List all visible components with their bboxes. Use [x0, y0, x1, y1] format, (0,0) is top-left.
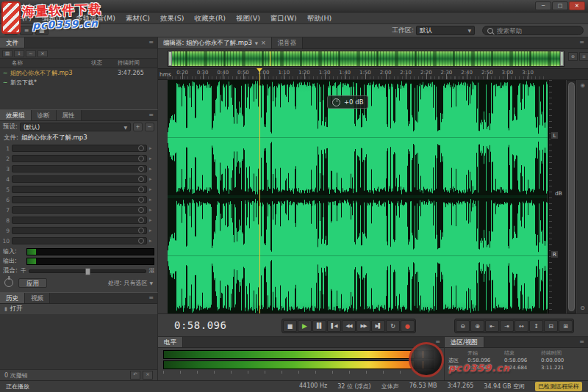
scroll-right-button[interactable]: ⇥ [500, 320, 514, 332]
effect-power-icon[interactable] [138, 156, 144, 161]
file-import-icon[interactable]: ↓ [14, 50, 24, 57]
menu-item[interactable]: 多轨混音(M) [71, 12, 121, 24]
effect-slot-arrow-icon[interactable]: ▸ [149, 166, 155, 172]
apply-button[interactable]: 应用 [18, 278, 47, 288]
effect-slot-bar[interactable] [12, 155, 147, 162]
effect-slot[interactable]: 5▸ [2, 184, 155, 195]
effect-power-icon[interactable] [138, 228, 144, 233]
transport-play-button[interactable]: ▶ [298, 320, 312, 332]
effect-power-icon[interactable] [138, 197, 144, 203]
zoom-horizontal-button[interactable]: ↔ [514, 320, 528, 332]
file-open-icon[interactable]: ∼ [26, 50, 36, 57]
panel-menu-icon[interactable]: ≡ [431, 337, 444, 347]
waveform-view-icon[interactable]: ∼ [4, 26, 18, 35]
rack-power-icon[interactable] [4, 278, 13, 287]
effect-slot[interactable]: 9▸ [2, 225, 155, 236]
process-selector[interactable]: 处理: 只有选区 ▼ [108, 279, 153, 287]
scroll-left-button[interactable]: ⇤ [485, 320, 499, 332]
tab-properties[interactable]: 属性 [57, 110, 82, 120]
effect-slot-bar[interactable] [12, 196, 147, 203]
zoom-out-button[interactable]: ⊖ [456, 320, 470, 332]
panel-menu-icon[interactable]: ≡ [145, 37, 157, 48]
vertical-scrollbar[interactable] [567, 80, 576, 313]
column-status[interactable]: 状态 [91, 59, 118, 68]
panel-menu-icon[interactable]: ≡ [576, 337, 588, 347]
column-duration[interactable]: 持续时间 [118, 59, 157, 68]
panel-menu-icon[interactable]: ≡ [145, 110, 157, 120]
overview-settings-icon[interactable]: ≡ [579, 52, 588, 61]
effect-slot[interactable]: 2▸ [2, 153, 155, 164]
transport-pause-button[interactable]: ▌▌ [312, 320, 326, 332]
mix-slider[interactable] [29, 269, 146, 273]
effect-slot-arrow-icon[interactable]: ▸ [149, 197, 155, 203]
effect-slot[interactable]: 6▸ [2, 195, 155, 205]
effect-slot-bar[interactable] [12, 186, 147, 193]
effect-slot-bar[interactable] [12, 175, 147, 183]
tab-video[interactable]: 视频 [25, 293, 50, 303]
effect-power-icon[interactable] [138, 238, 144, 244]
effect-slot[interactable]: 7▸ [2, 205, 155, 215]
gain-hud[interactable]: +0 dB [327, 95, 368, 109]
effect-slot-arrow-icon[interactable]: ▸ [149, 176, 155, 182]
zoom-selection-button[interactable]: ⊞ [559, 320, 573, 332]
clear-history-icon[interactable]: × [143, 371, 153, 380]
effect-slot-arrow-icon[interactable]: ▸ [149, 156, 155, 161]
preset-delete-icon[interactable]: − [145, 123, 154, 131]
menu-item[interactable]: 效果(S) [155, 12, 189, 24]
tab-mixer[interactable]: 混音器 [272, 37, 304, 48]
effect-slot-arrow-icon[interactable]: ▸ [149, 207, 155, 213]
close-button[interactable]: ✕ [569, 1, 585, 10]
transport-fast-forward-button[interactable]: ▶▶ [356, 320, 370, 332]
transport-skip-to-end-button[interactable]: ▶▌ [371, 320, 385, 332]
file-delete-icon[interactable]: × [37, 50, 48, 57]
waveform-display[interactable] [168, 80, 548, 313]
effect-slot[interactable]: 1▸ [2, 143, 155, 153]
tab-history[interactable]: 历史 [0, 293, 25, 303]
menu-item[interactable]: 帮助(H) [302, 12, 337, 24]
preset-select[interactable]: (默认) ▼ [20, 123, 131, 131]
file-new-icon[interactable]: ▤ [2, 50, 12, 57]
column-name[interactable]: 名称 [0, 59, 91, 68]
effect-power-icon[interactable] [138, 186, 144, 192]
tab-editor[interactable]: 编辑器: 姐的心你永不了解.mp3 ▼ × [158, 37, 272, 48]
tab-selection-view[interactable]: 选区/视图 [445, 337, 484, 347]
effect-power-icon[interactable] [138, 176, 144, 182]
effect-slot-arrow-icon[interactable]: ▸ [149, 238, 155, 244]
effect-slot-bar[interactable] [12, 237, 147, 244]
menu-item[interactable]: 收藏夹(R) [189, 12, 231, 24]
level-meter[interactable] [163, 350, 434, 374]
file-row[interactable]: ∼新云下载* [0, 78, 157, 87]
vertical-zoom-in-icon[interactable]: ⊕ [580, 82, 585, 89]
tab-files[interactable]: 文件 [0, 37, 25, 48]
multitrack-view-icon[interactable]: ≡ [20, 26, 33, 35]
playhead-handle[interactable] [257, 68, 262, 72]
menu-item[interactable]: 素材(C) [121, 12, 155, 24]
timeline-ruler[interactable]: hms 0:200:300:400:501:001:101:201:301:40… [158, 68, 588, 80]
effect-slot-arrow-icon[interactable]: ▸ [149, 217, 155, 223]
effect-power-icon[interactable] [138, 166, 144, 172]
search-input[interactable] [493, 27, 578, 35]
effect-slot-bar[interactable] [12, 165, 147, 173]
menu-item[interactable]: 编辑(E) [37, 12, 71, 24]
effect-slot[interactable]: 8▸ [2, 215, 155, 225]
effect-slot[interactable]: 10▸ [2, 236, 155, 246]
panel-menu-icon[interactable]: ≡ [145, 293, 157, 303]
file-row[interactable]: ∼姐的心你永不了解.mp33:47.265 [0, 68, 157, 78]
menu-item[interactable]: 文件(F) [3, 12, 37, 24]
effect-slot-arrow-icon[interactable]: ▸ [149, 145, 155, 151]
mix-slider-thumb[interactable] [85, 268, 90, 275]
menu-item[interactable]: 视图(V) [231, 12, 265, 24]
transport-rewind-button[interactable]: ◀◀ [342, 320, 356, 332]
tab-effects-rack[interactable]: 效果组 [0, 110, 32, 120]
menu-item[interactable]: 窗口(W) [265, 12, 302, 24]
history-item[interactable]: ▮打开 [0, 304, 157, 314]
close-icon[interactable]: × [261, 40, 266, 46]
effect-slot-bar[interactable] [12, 206, 147, 214]
effect-slot[interactable]: 3▸ [2, 164, 155, 174]
transport-skip-to-start-button[interactable]: ▌◀ [327, 320, 341, 332]
zoom-in-button[interactable]: ⊕ [470, 320, 484, 332]
preset-save-icon[interactable]: + [133, 123, 143, 131]
vertical-scrollbar-thumb[interactable] [568, 82, 575, 311]
effect-slot-bar[interactable] [12, 145, 147, 152]
effect-power-icon[interactable] [138, 145, 144, 151]
